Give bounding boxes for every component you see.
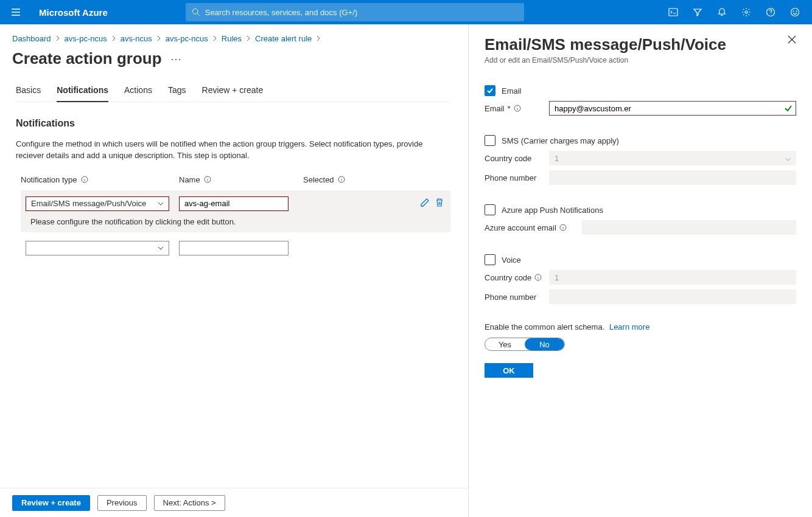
- breadcrumb-item[interactable]: Create alert rule: [255, 34, 312, 43]
- schema-row: Enable the common alert schema. Learn mo…: [485, 322, 796, 351]
- notification-name-input-empty[interactable]: [179, 241, 289, 255]
- next-button[interactable]: Next: Actions >: [154, 495, 225, 511]
- menu-toggle-button[interactable]: [6, 2, 26, 22]
- svg-point-5: [793, 11, 794, 12]
- notification-type-select[interactable]: Email/SMS message/Push/Voice: [26, 196, 169, 211]
- breadcrumb-item[interactable]: avs-pc-ncus: [65, 34, 107, 43]
- svg-point-6: [796, 11, 797, 12]
- more-actions-button[interactable]: ⋯: [170, 52, 181, 66]
- notifications-icon[interactable]: [711, 0, 733, 24]
- panel-subtitle: Add or edit an Email/SMS/Push/Voice acti…: [485, 56, 726, 64]
- chevron-down-icon: [158, 245, 164, 251]
- search-input[interactable]: [205, 8, 518, 17]
- info-icon[interactable]: [338, 176, 345, 183]
- toggle-no[interactable]: No: [525, 338, 564, 350]
- toggle-yes[interactable]: Yes: [485, 338, 525, 350]
- sms-checkbox[interactable]: [485, 135, 495, 146]
- email-field-label: Email*: [485, 104, 549, 113]
- section-description: Configure the method in which users will…: [16, 139, 436, 162]
- breadcrumb-item[interactable]: avs-ncus: [121, 34, 152, 43]
- voice-country-code-input: [549, 270, 796, 285]
- svg-point-2: [745, 11, 747, 13]
- column-header-selected: Selected: [303, 175, 413, 184]
- voice-phone-label: Phone number: [485, 293, 549, 302]
- breadcrumb-item[interactable]: Rules: [222, 34, 242, 43]
- edit-button[interactable]: [420, 198, 430, 209]
- voice-country-code-label: Country code: [485, 273, 549, 282]
- notifications-table: Notification type Name Selected Email/SM…: [21, 175, 450, 255]
- email-input[interactable]: [549, 101, 796, 116]
- tab-tags[interactable]: Tags: [168, 85, 186, 102]
- sms-phone-input: [549, 170, 796, 185]
- side-panel: Email/SMS message/Push/Voice Add or edit…: [468, 24, 812, 517]
- svg-rect-1: [669, 9, 677, 16]
- help-icon[interactable]: [760, 0, 782, 24]
- notification-type-select-empty[interactable]: [26, 241, 169, 255]
- chevron-right-icon: [245, 34, 251, 43]
- notification-name-input[interactable]: [179, 196, 289, 211]
- chevron-down-icon: [785, 155, 791, 164]
- chevron-right-icon: [111, 34, 117, 43]
- info-icon[interactable]: [514, 105, 521, 112]
- previous-button[interactable]: Previous: [97, 495, 147, 511]
- brand-label: Microsoft Azure: [39, 7, 108, 18]
- sms-checkbox-label: SMS (Carrier charges may apply): [502, 136, 619, 145]
- tab-basics[interactable]: Basics: [16, 85, 41, 102]
- push-email-label: Azure account email: [485, 223, 582, 232]
- chevron-right-icon: [156, 34, 162, 43]
- tab-actions[interactable]: Actions: [124, 85, 152, 102]
- review-create-button[interactable]: Review + create: [12, 495, 90, 511]
- cloud-shell-icon[interactable]: [662, 0, 684, 24]
- valid-icon: [784, 104, 793, 114]
- settings-icon[interactable]: [735, 0, 757, 24]
- tab-notifications[interactable]: Notifications: [57, 85, 108, 102]
- push-email-input: [582, 220, 796, 235]
- info-icon[interactable]: [204, 176, 211, 183]
- row-warning: Please configure the notification by cli…: [30, 217, 444, 226]
- close-button[interactable]: [788, 35, 796, 46]
- global-search[interactable]: [186, 3, 524, 21]
- breadcrumb: Dashboard avs-pc-ncus avs-ncus avs-pc-nc…: [12, 34, 450, 43]
- svg-point-0: [192, 9, 198, 14]
- chevron-right-icon: [212, 34, 218, 43]
- email-checkbox[interactable]: [485, 85, 495, 96]
- breadcrumb-item[interactable]: avs-pc-ncus: [166, 34, 208, 43]
- notification-type-value: Email/SMS message/Push/Voice: [31, 199, 146, 208]
- panel-title: Email/SMS message/Push/Voice: [485, 35, 726, 54]
- search-icon: [192, 8, 200, 16]
- filter-icon[interactable]: [687, 0, 709, 24]
- breadcrumb-item[interactable]: Dashboard: [12, 34, 51, 43]
- column-header-name: Name: [179, 175, 293, 184]
- notification-row: Email/SMS message/Push/Voice Please conf…: [21, 190, 450, 232]
- feedback-icon[interactable]: [784, 0, 806, 24]
- schema-toggle[interactable]: Yes No: [485, 338, 565, 351]
- learn-more-link[interactable]: Learn more: [609, 322, 649, 331]
- column-header-type: Notification type: [21, 175, 169, 184]
- main-content: Dashboard avs-pc-ncus avs-ncus avs-pc-nc…: [0, 24, 463, 255]
- chevron-right-icon: [315, 34, 321, 43]
- ok-button[interactable]: OK: [485, 363, 533, 378]
- delete-button[interactable]: [435, 198, 444, 209]
- sms-phone-label: Phone number: [485, 173, 549, 182]
- chevron-right-icon: [55, 34, 61, 43]
- info-icon[interactable]: [81, 176, 88, 183]
- top-navigation-bar: Microsoft Azure: [0, 0, 812, 24]
- voice-checkbox[interactable]: [485, 254, 495, 265]
- page-title: Create action group: [12, 49, 162, 68]
- tab-review[interactable]: Review + create: [202, 85, 264, 102]
- svg-point-4: [791, 9, 799, 16]
- country-code-label: Country code: [485, 154, 549, 163]
- email-checkbox-label: Email: [502, 86, 522, 95]
- wizard-tabs: Basics Notifications Actions Tags Review…: [16, 85, 450, 102]
- voice-checkbox-label: Voice: [502, 255, 521, 265]
- section-title: Notifications: [16, 118, 450, 129]
- push-checkbox[interactable]: [485, 204, 495, 215]
- info-icon[interactable]: [534, 274, 542, 281]
- sms-country-code-select: [549, 151, 796, 165]
- info-icon[interactable]: [559, 224, 567, 231]
- top-icon-bar: [662, 0, 806, 24]
- voice-phone-input: [549, 290, 796, 304]
- push-checkbox-label: Azure app Push Notifications: [502, 206, 603, 215]
- chevron-down-icon: [158, 201, 164, 207]
